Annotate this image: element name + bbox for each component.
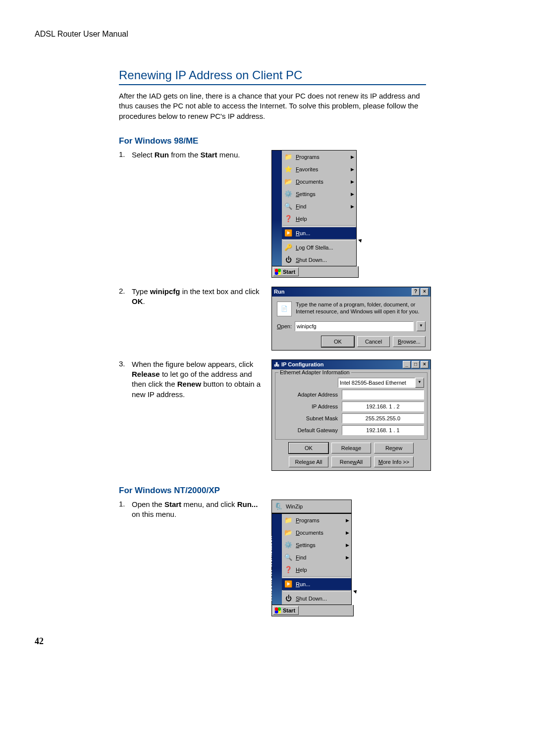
release-button[interactable]: Release: [331, 443, 371, 454]
shutdown-icon: ⏻: [284, 594, 293, 603]
step-number: 3.: [119, 359, 132, 400]
run-icon: ▶️: [284, 580, 293, 589]
page-title: Renewing IP Address on Client PC: [119, 68, 426, 85]
taskbar: Start: [271, 266, 359, 278]
ip-row-value: 255.255.255.0: [342, 413, 424, 423]
adapter-dropdown-button[interactable]: ▼: [415, 378, 424, 388]
run-dialog-titlebar: Run ? ×: [272, 287, 430, 297]
section-win98-title: For Windows 98/ME: [119, 136, 500, 146]
documents-icon: 📂: [284, 177, 293, 186]
winzip-menu-item[interactable]: 🗜️ WinZip: [272, 500, 351, 513]
ipconfig-title: IP Configuration: [281, 361, 323, 367]
help-icon: ❓: [284, 214, 293, 223]
menu-item-run-[interactable]: ▶️Run...: [282, 578, 351, 590]
menu-item-shut-down-[interactable]: ⏻Shut Down...: [282, 592, 351, 605]
programs-icon: 📁: [284, 152, 293, 161]
adapter-select[interactable]: Intel 82595-Based Ethernet: [338, 378, 415, 388]
submenu-arrow-icon: ▶: [346, 518, 349, 523]
help-button[interactable]: ?: [412, 288, 420, 296]
run-dialog-title: Run: [274, 289, 284, 295]
open-input[interactable]: winipcfg: [295, 321, 414, 331]
start-button[interactable]: Start: [273, 267, 299, 276]
renew-button[interactable]: Renew: [374, 443, 414, 454]
shutdown-icon: ⏻: [284, 255, 293, 264]
windows-logo-icon: [274, 607, 281, 614]
ip-row-label: Subnet Mask: [278, 415, 342, 421]
ip-row: Adapter Address: [278, 390, 424, 400]
logoff-icon: 🔑: [284, 243, 293, 252]
ip-row: IP Address192.168. 1 . 2: [278, 402, 424, 411]
ip-row-label: Default Gateway: [278, 427, 342, 433]
menu-item-favorites[interactable]: ⭐Favorites▶: [282, 163, 356, 175]
find-icon: 🔍: [284, 553, 293, 562]
menu-item-find[interactable]: 🔍Find▶: [282, 551, 351, 563]
menu-item-label: Shut Down...: [296, 596, 327, 602]
menu-item-label: Run...: [296, 581, 310, 587]
menu-item-help[interactable]: ❓Help: [282, 563, 351, 576]
open-dropdown-button[interactable]: ▼: [417, 321, 426, 331]
close-button[interactable]: ×: [421, 361, 428, 368]
run-dialog: Run ? × 📄 Type the name of a program, fo…: [271, 287, 431, 351]
menu-item-documents[interactable]: 📂Documents▶: [282, 526, 351, 539]
close-button[interactable]: ×: [421, 288, 428, 296]
start-sideband: Windows98: [272, 151, 282, 266]
ok-button[interactable]: OK: [289, 443, 328, 454]
menu-item-run-[interactable]: ▶️Run...: [282, 227, 356, 239]
submenu-arrow-icon: ▶: [351, 154, 354, 159]
release-all-button[interactable]: Release All: [289, 456, 328, 467]
settings-icon: ⚙️: [284, 541, 293, 550]
ip-row: Default Gateway192.168. 1 . 1: [278, 425, 424, 435]
menu-item-label: Find: [296, 554, 306, 560]
doc-header: ADSL Router User Manual: [35, 30, 500, 39]
menu-item-label: Help: [296, 216, 307, 222]
intro-paragraph: After the IAD gets on line, there is a c…: [119, 91, 426, 121]
find-icon: 🔍: [284, 202, 293, 211]
menu-item-label: Favorites: [296, 166, 318, 172]
menu-item-label: Find: [296, 203, 306, 209]
page-number: 42: [35, 636, 500, 647]
menu-item-label: Documents: [296, 179, 323, 185]
start-button-nt[interactable]: Start: [273, 606, 299, 615]
taskbar-nt: Start: [271, 605, 354, 616]
menu-item-label: Help: [296, 567, 307, 573]
run-description: Type the name of a program, folder, docu…: [296, 302, 426, 315]
renew-all-button[interactable]: Renew All: [331, 456, 371, 467]
menu-item-shut-down-[interactable]: ⏻Shut Down...: [282, 253, 356, 266]
menu-item-help[interactable]: ❓Help: [282, 212, 356, 225]
submenu-arrow-icon: ▶: [351, 167, 354, 172]
menu-item-programs[interactable]: 📁Programs▶: [282, 514, 351, 526]
menu-item-log-off-stella-[interactable]: 🔑Log Off Stella...: [282, 241, 356, 253]
browse-button[interactable]: Browse...: [393, 336, 426, 347]
menu-item-label: Log Off Stella...: [296, 245, 333, 251]
menu-item-settings[interactable]: ⚙️Settings▶: [282, 539, 351, 551]
menu-item-settings[interactable]: ⚙️Settings▶: [282, 188, 356, 200]
menu-item-label: Settings: [296, 542, 316, 548]
favorites-icon: ⭐: [284, 165, 293, 174]
ip-row-value: 192.168. 1 . 2: [342, 402, 424, 411]
menu-item-label: Programs: [296, 154, 320, 160]
submenu-arrow-icon: ▶: [346, 555, 349, 560]
submenu-arrow-icon: ▶: [346, 543, 349, 548]
nt-step1-text: Open the Start menu, and click Run... on…: [132, 500, 268, 520]
groupbox-title: Ethernet Adapter Information: [278, 369, 351, 375]
ip-row-value: 192.168. 1 . 1: [342, 425, 424, 435]
menu-item-find[interactable]: 🔍Find▶: [282, 200, 356, 212]
step2-text: Type winipcfg in the text box and click …: [132, 287, 268, 307]
minimize-button[interactable]: _: [403, 361, 411, 368]
open-label: Open:: [277, 323, 292, 329]
menu-item-programs[interactable]: 📁Programs▶: [282, 151, 356, 163]
ok-button[interactable]: OK: [321, 336, 354, 347]
step-number: 1.: [119, 150, 132, 160]
menu-item-documents[interactable]: 📂Documents▶: [282, 175, 356, 188]
more-info-button[interactable]: More Info >>: [374, 456, 414, 467]
step1-text: Select Run from the Start menu.: [132, 150, 268, 160]
step-number: 1.: [119, 500, 132, 520]
maximize-button[interactable]: □: [412, 361, 420, 368]
menu-item-label: Run...: [296, 230, 310, 236]
cancel-button[interactable]: Cancel: [357, 336, 390, 347]
programs-icon: 📁: [284, 516, 293, 525]
section-winnt-title: For Windows NT/2000/XP: [119, 486, 500, 496]
step3-text: When the figure below appears, click Rel…: [132, 359, 268, 400]
submenu-arrow-icon: ▶: [351, 192, 354, 197]
ip-row-label: IP Address: [278, 403, 342, 409]
